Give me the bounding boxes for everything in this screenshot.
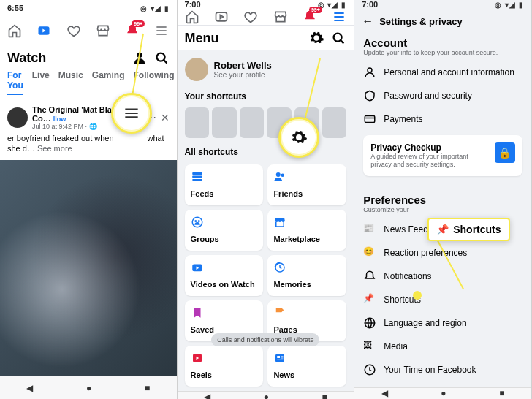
home-circle-icon[interactable]: ● <box>264 392 269 399</box>
row-media[interactable]: 🖼Media <box>363 335 522 358</box>
search-icon[interactable] <box>330 30 346 46</box>
tab-music[interactable]: Music <box>58 70 83 95</box>
highlight-gear <box>278 117 319 158</box>
pin-icon: 📌 <box>436 224 449 235</box>
back-triangle-icon[interactable]: ◀ <box>204 392 210 399</box>
row-payments[interactable]: Payments <box>363 107 522 131</box>
svg-point-8 <box>276 172 281 177</box>
svg-rect-7 <box>192 179 202 181</box>
recents-square-icon[interactable]: ■ <box>145 383 150 393</box>
row-password[interactable]: Password and security <box>363 84 522 107</box>
cell-videos[interactable]: Videos on Watch <box>185 255 264 296</box>
tab-following[interactable]: Following <box>133 70 174 95</box>
gear-icon[interactable] <box>308 30 324 46</box>
tab-live[interactable]: Live <box>32 70 50 95</box>
cell-reels[interactable]: Reels <box>185 346 264 387</box>
row-your-time[interactable]: Your Time on Facebook <box>363 358 522 381</box>
privacy-title: Privacy Checkup <box>370 142 489 153</box>
highlight-menu <box>111 93 152 134</box>
cell-memories[interactable]: Memories <box>267 255 346 296</box>
prefs-heading: Preferences <box>363 194 522 206</box>
panel-watch: 6:55 ◎ ▾◢ ▮ 99+ Watch For You Live Music… <box>0 0 178 399</box>
watch-icon[interactable] <box>213 9 229 25</box>
all-shortcuts-label: All shortcuts <box>178 144 354 160</box>
status-bar: 7:00 ◎ ▾◢ ▮ <box>354 0 531 9</box>
cell-news[interactable]: News <box>267 346 346 387</box>
top-nav: 99+ <box>0 16 177 45</box>
profile-row[interactable]: Robert Wells See your profile <box>178 50 354 88</box>
settings-header: ← Settings & privacy <box>354 9 531 34</box>
watch-tabs: For You Live Music Gaming Following <box>0 70 177 99</box>
account-section: Account Update your info to keep your ac… <box>354 34 531 191</box>
notifications-icon[interactable]: 99+ <box>124 23 140 39</box>
dating-icon[interactable] <box>243 9 259 25</box>
post-avatar[interactable] <box>7 107 28 128</box>
back-triangle-icon[interactable]: ◀ <box>381 388 388 398</box>
svg-rect-3 <box>216 12 227 21</box>
menu-icon[interactable] <box>153 23 170 39</box>
close-icon[interactable]: ✕ <box>161 112 170 123</box>
notif-badge: 99+ <box>309 7 322 13</box>
cell-marketplace[interactable]: Marketplace <box>267 210 346 251</box>
back-triangle-icon[interactable]: ◀ <box>26 383 33 393</box>
panel-settings: 7:00 ◎ ▾◢ ▮ ← Settings & privacy Account… <box>354 0 532 399</box>
toast: Calls and notifications will vibrate <box>211 333 319 346</box>
status-bar: 7:00 ◎ ▾◢ ▮ <box>178 0 354 9</box>
avatar <box>185 58 208 81</box>
watch-icon[interactable] <box>36 23 52 39</box>
svg-rect-17 <box>278 356 281 358</box>
svg-point-2 <box>156 53 164 61</box>
shortcut-strip[interactable] <box>178 104 354 144</box>
dating-icon[interactable] <box>66 23 82 39</box>
recents-square-icon[interactable]: ■ <box>322 392 327 399</box>
row-personal-info[interactable]: Personal and account information <box>363 61 522 84</box>
tab-gaming[interactable]: Gaming <box>92 70 125 95</box>
watch-titlebar: Watch <box>0 45 177 70</box>
profile-sub: See your profile <box>214 71 272 79</box>
settings-title: Settings & privacy <box>379 16 462 27</box>
video-thumbnail[interactable] <box>0 160 177 376</box>
clock: 6:55 <box>7 4 23 12</box>
your-shortcuts-label: Your shortcuts <box>178 88 354 104</box>
clock: 7:00 <box>362 0 378 9</box>
status-bar: 6:55 ◎ ▾◢ ▮ <box>0 0 177 16</box>
marketplace-icon[interactable] <box>95 23 111 39</box>
tab-for-you[interactable]: For You <box>7 70 23 95</box>
home-icon[interactable] <box>184 9 200 25</box>
post-body: er boyfriend freaked out when_______ wha… <box>7 133 170 154</box>
android-nav: ◀ ● ■ <box>0 376 177 399</box>
svg-rect-19 <box>365 116 375 123</box>
svg-point-9 <box>281 174 285 178</box>
status-icons: ◎ ▾◢ ▮ <box>318 1 347 9</box>
status-icons: ◎ ▾◢ ▮ <box>495 1 524 9</box>
home-circle-icon[interactable]: ● <box>441 388 446 398</box>
row-shortcuts[interactable]: 📌Shortcuts <box>363 288 522 311</box>
prefs-sub: Customize your <box>363 206 522 213</box>
menu-titlebar: Menu <box>178 26 354 50</box>
page-title: Watch <box>7 50 126 66</box>
home-icon[interactable] <box>7 23 23 39</box>
shortcuts-callout: 📌 Shortcuts <box>428 218 509 241</box>
notifications-icon[interactable]: 99+ <box>302 9 318 25</box>
home-circle-icon[interactable]: ● <box>86 383 91 393</box>
row-language[interactable]: Language and region <box>363 311 522 335</box>
cell-feeds[interactable]: Feeds <box>185 164 264 205</box>
shortcut-grid: Feeds Friends Groups Marketplace Videos … <box>178 160 354 391</box>
menu-icon[interactable] <box>331 9 347 25</box>
account-sub: Update your info to keep your account se… <box>363 49 522 56</box>
see-more[interactable]: See more <box>37 144 72 153</box>
cell-groups[interactable]: Groups <box>185 210 264 251</box>
row-notifications[interactable]: Notifications <box>363 265 522 288</box>
cell-friends[interactable]: Friends <box>267 164 346 205</box>
notif-badge: 99+ <box>132 20 145 27</box>
search-icon[interactable] <box>153 50 170 66</box>
status-icons: ◎ ▾◢ ▮ <box>140 4 170 12</box>
page-title: Menu <box>185 31 303 46</box>
privacy-sub: A guided review of your important privac… <box>370 153 489 169</box>
account-heading: Account <box>363 37 522 49</box>
marketplace-icon[interactable] <box>273 9 289 25</box>
recents-square-icon[interactable]: ■ <box>499 388 504 398</box>
privacy-checkup-card[interactable]: Privacy Checkup A guided review of your … <box>363 135 522 176</box>
back-icon[interactable]: ← <box>362 15 373 28</box>
top-nav: 99+ <box>178 9 354 26</box>
